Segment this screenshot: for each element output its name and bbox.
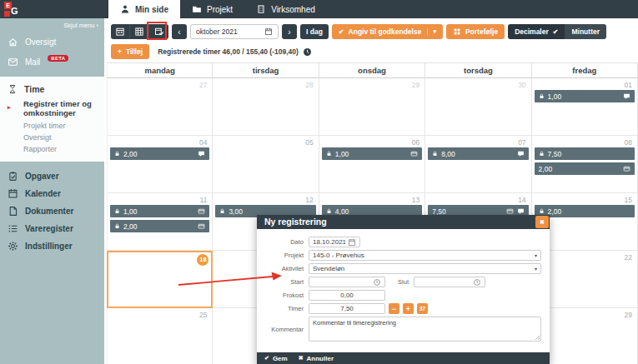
calendar-day-cell[interactable]: 042,00: [107, 136, 213, 193]
start-time-field[interactable]: [309, 277, 385, 287]
cancel-button[interactable]: ✖ Annuller: [299, 355, 334, 362]
month-picker[interactable]: oktober 2021: [190, 24, 279, 39]
close-button[interactable]: ✖: [535, 216, 549, 228]
sidebar-item-dokumenter[interactable]: Dokumenter: [0, 202, 104, 220]
sidebar-item-vareregister[interactable]: Vareregister: [0, 220, 104, 237]
sidebar-item-time[interactable]: Time: [0, 82, 104, 97]
day-view-button[interactable]: [111, 24, 130, 39]
app-root: E G Min sideProjektVirksomhed Skjul menu…: [0, 0, 638, 364]
norm-hours-button[interactable]: 37: [417, 303, 428, 314]
sidebar-time-section: Time Registrer timer og omkostningerProj…: [0, 77, 104, 162]
sidebar-item-mail[interactable]: MailBETA: [0, 52, 104, 72]
calendar-day-cell[interactable]: 087,502,00: [532, 136, 638, 193]
time-entry[interactable]: 7,50: [535, 147, 635, 160]
logo-letter-g: G: [11, 6, 18, 16]
calendar-day-cell[interactable]: 29: [319, 78, 425, 136]
portfolio-button[interactable]: Portefølje: [446, 24, 505, 39]
time-entry[interactable]: 2,00: [110, 220, 209, 232]
project-select[interactable]: 145-0 - Prøvehus ▾: [309, 250, 541, 261]
lunch-field[interactable]: [309, 290, 385, 301]
calendar-icon: [264, 27, 273, 36]
today-button[interactable]: I dag: [300, 24, 329, 39]
entry-hours: 4,00: [335, 207, 349, 216]
approval-view-button[interactable]: [149, 24, 168, 39]
calendar-day-cell[interactable]: 28: [213, 78, 319, 136]
day-number: 01: [625, 81, 632, 89]
calendar-day-cell[interactable]: 05: [213, 136, 319, 193]
unit-minutes-option[interactable]: Minutter: [565, 24, 606, 39]
start-time-input[interactable]: [313, 278, 370, 286]
chevron-right-icon: ›: [288, 27, 290, 37]
sidebar-link-oversigt[interactable]: Oversigt: [23, 132, 101, 143]
submit-approval-button[interactable]: ✔ Angiv til godkendelse ▾: [332, 24, 443, 39]
date-input[interactable]: [313, 238, 345, 246]
tab-min-side[interactable]: Min side: [108, 0, 180, 18]
end-time-field[interactable]: [414, 277, 485, 287]
time-entry[interactable]: 1,00: [110, 205, 209, 217]
time-entry[interactable]: 8,00: [428, 147, 528, 160]
prev-month-button[interactable]: ‹: [172, 24, 187, 39]
calendar-day-cell[interactable]: 25: [107, 308, 213, 364]
table-view-button[interactable]: [130, 24, 149, 39]
calendar-week: 27282930011,00: [107, 78, 638, 136]
lock-icon: [114, 151, 120, 157]
time-entry[interactable]: 1,00: [535, 90, 635, 102]
activity-select[interactable]: Svendeløn ▾: [309, 263, 541, 274]
entry-hours: 2,00: [123, 150, 138, 158]
sidebar-link-projekt-timer[interactable]: Projekt timer: [23, 121, 101, 132]
clock-icon: [373, 278, 381, 287]
tab-virksomhed[interactable]: Virksomhed: [244, 0, 327, 18]
sidebar-link-rapporter[interactable]: Rapporter: [23, 144, 101, 155]
entry-hours: 3,00: [229, 207, 243, 216]
tab-projekt[interactable]: Projekt: [180, 0, 244, 18]
sidebar-item-oversigt[interactable]: Oversigt: [0, 32, 104, 52]
day-number: 11: [200, 196, 208, 204]
entry-toolbar: + Tilføj Registrerede timer 46,00 / 155,…: [111, 44, 312, 59]
weekday-label: torsdag: [425, 63, 531, 78]
time-entry[interactable]: 2,00: [535, 162, 635, 175]
hours-input[interactable]: [313, 305, 381, 312]
calendar-day-cell[interactable]: 30: [425, 78, 531, 136]
portfolio-icon: [453, 27, 461, 36]
calendar-day-cell[interactable]: 18: [107, 251, 213, 308]
sidebar: Skjul menu ‹ OversigtMailBETA Time Regis…: [0, 18, 104, 364]
view-switcher: [111, 24, 168, 39]
calendar-header: mandagtirsdagonsdagtorsdagfredag: [107, 63, 638, 78]
sidebar-link-registrer-timer-og-omkostninger[interactable]: Registrer timer og omkostninger: [23, 98, 101, 117]
save-button[interactable]: ✔ Gem: [264, 355, 288, 362]
collapse-menu-button[interactable]: Skjul menu ‹: [0, 18, 104, 32]
sidebar-item-opgaver[interactable]: Opgaver: [0, 167, 104, 185]
calendar-icon: [8, 188, 18, 199]
calendar-day-cell[interactable]: 061,00: [319, 136, 425, 193]
calendar-day-cell[interactable]: 011,00: [532, 78, 638, 136]
modal-title: Ny registrering: [264, 217, 327, 227]
end-time-input[interactable]: [418, 278, 470, 286]
calendar-icon: [348, 238, 356, 247]
envelope-icon: [8, 57, 18, 67]
hours-field[interactable]: [309, 303, 385, 314]
time-entry[interactable]: 1,00: [322, 147, 422, 160]
calendar-day-cell[interactable]: 078,00: [425, 136, 531, 193]
sidebar-item-label: Dokumenter: [25, 207, 73, 216]
sidebar-item-kalender[interactable]: Kalender: [0, 185, 104, 202]
sidebar-item-indstillinger[interactable]: Indstillinger: [0, 237, 104, 255]
project-value: 145-0 - Prøvehus: [313, 252, 532, 259]
add-entry-button[interactable]: + Tilføj: [111, 44, 149, 59]
start-label: Start: [260, 278, 309, 286]
clipboard-icon: [8, 171, 18, 182]
calendar-day-cell[interactable]: 27: [107, 78, 213, 136]
card-icon: [506, 207, 514, 215]
date-field[interactable]: [309, 237, 360, 247]
calendar-week: 042,0005061,00078,00087,502,00: [107, 136, 638, 193]
comment-textarea[interactable]: Kommentar til timeregistrering: [309, 317, 541, 342]
decrease-hours-button[interactable]: −: [389, 303, 399, 314]
comment-icon: [517, 150, 525, 157]
lunch-input[interactable]: [313, 292, 381, 299]
unit-decimals-option[interactable]: Decimaler ✔: [508, 24, 565, 39]
time-entry[interactable]: 2,00: [110, 147, 209, 160]
hours-label: Timer: [260, 305, 309, 312]
increase-hours-button[interactable]: +: [403, 303, 414, 314]
calendar-day-cell[interactable]: 111,002,00: [107, 193, 213, 251]
top-bar: E G Min sideProjektVirksomhed: [0, 0, 638, 18]
next-month-button[interactable]: ›: [282, 24, 297, 39]
